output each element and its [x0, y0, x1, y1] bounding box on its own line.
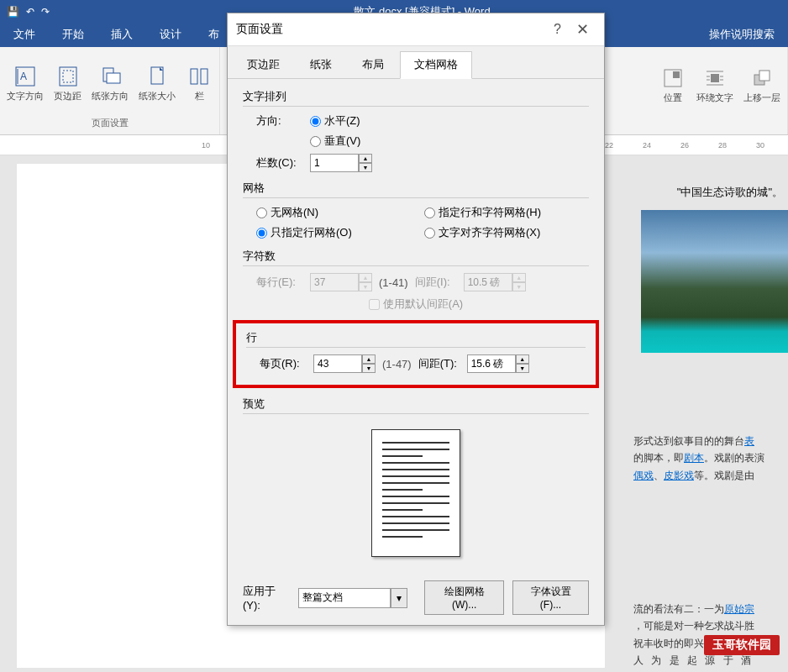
group-chars: 字符数 每行(E): ▲▼ (1-41) 间距(I): ▲▼ 使用默认间距(A) — [243, 249, 589, 312]
menu-file[interactable]: 文件 — [0, 24, 49, 47]
spinner-chars-per-line: ▲▼ — [310, 273, 372, 291]
preview-page — [371, 429, 460, 557]
btn-paper-size[interactable]: 纸张大小 — [134, 61, 181, 104]
spinner-lines-per-page[interactable]: ▲▼ — [313, 354, 376, 373]
combo-apply-to[interactable]: ▾ — [298, 588, 407, 608]
spin-up[interactable]: ▲ — [516, 354, 529, 364]
btn-columns[interactable]: 栏 — [181, 61, 218, 104]
watermark: 玉哥软件园 — [704, 635, 780, 655]
spinner-columns[interactable]: ▲▼ — [310, 154, 372, 172]
columns-icon — [186, 63, 213, 90]
tab-layout[interactable]: 布局 — [348, 51, 398, 78]
wrap-icon — [701, 65, 728, 92]
group-text-arrange: 文字排列 方向: 水平(Z) 垂直(V) 栏数(C): ▲▼ — [243, 89, 589, 172]
spin-down[interactable]: ▼ — [362, 364, 376, 373]
link[interactable]: 原始宗 — [724, 603, 754, 615]
dialog-title: 页面设置 — [236, 22, 545, 37]
btn-font-settings[interactable]: 字体设置(F)... — [512, 580, 589, 615]
page-setup-dialog: 页面设置 ? ✕ 页边距 纸张 布局 文档网格 文字排列 方向: 水平(Z) 垂… — [227, 13, 605, 626]
btn-paper-dir[interactable]: 纸张方向 — [87, 61, 134, 104]
bring-forward-icon — [749, 65, 775, 92]
btn-text-direction[interactable]: A 文字方向 — [2, 61, 49, 104]
spin-down[interactable]: ▼ — [359, 163, 372, 172]
spin-up[interactable]: ▲ — [359, 154, 372, 163]
tab-paper[interactable]: 纸张 — [296, 51, 346, 78]
tab-grid[interactable]: 文档网格 — [400, 51, 472, 79]
redo-icon[interactable]: ↷ — [41, 6, 50, 18]
link[interactable]: 皮影戏 — [664, 470, 694, 481]
menu-search[interactable]: 操作说明搜索 — [696, 24, 788, 47]
undo-icon[interactable]: ↶ — [26, 6, 34, 18]
dialog-close-button[interactable]: ✕ — [570, 20, 596, 39]
radio-no-grid[interactable]: 无网格(N) — [256, 205, 391, 220]
highlight-box: 行 每页(R): ▲▼ (1-47) 间距(T): ▲▼ — [233, 320, 599, 388]
svg-text:A: A — [20, 71, 27, 82]
margin-icon — [55, 63, 81, 90]
paper-dir-icon — [97, 63, 123, 90]
chevron-down-icon[interactable]: ▾ — [391, 588, 407, 608]
group-preview: 预览 — [243, 396, 589, 565]
spin-down[interactable]: ▼ — [516, 364, 529, 373]
text-direction-icon: A — [12, 63, 39, 90]
radio-line-char-grid[interactable]: 指定行和字符网格(H) — [424, 205, 541, 220]
radio-char-align-grid[interactable]: 文字对齐字符网格(X) — [424, 225, 540, 240]
svg-rect-11 — [711, 74, 719, 82]
btn-draw-grid[interactable]: 绘图网格(W)... — [424, 580, 504, 615]
group-lines: 行 每页(R): ▲▼ (1-47) 间距(T): ▲▼ — [246, 330, 586, 373]
btn-position[interactable]: 位置 — [654, 63, 691, 106]
group-grid: 网格 无网格(N) 指定行和字符网格(H) 只指定行网格(O) 文字对齐字符网格… — [243, 181, 589, 240]
checkbox-use-default-pitch: 使用默认间距(A) — [369, 297, 463, 312]
paper-size-icon — [144, 63, 171, 90]
svg-rect-3 — [63, 71, 73, 82]
svg-rect-8 — [201, 69, 208, 84]
link[interactable]: 表 — [744, 435, 754, 447]
spin-up[interactable]: ▲ — [362, 354, 376, 364]
menu-home[interactable]: 开始 — [49, 24, 97, 47]
radio-line-only-grid[interactable]: 只指定行网格(O) — [256, 225, 391, 240]
radio-vertical[interactable]: 垂直(V) — [310, 134, 360, 149]
svg-rect-2 — [60, 67, 76, 86]
bg-line-top: "中国生态诗歌的城"。 — [677, 185, 783, 200]
link[interactable]: 剧本 — [684, 452, 704, 464]
dialog-help-button[interactable]: ? — [545, 22, 570, 37]
btn-margin[interactable]: 页边距 — [49, 61, 87, 104]
spinner-char-pitch: ▲▼ — [464, 273, 526, 291]
tab-margin[interactable]: 页边距 — [233, 51, 294, 78]
menu-insert[interactable]: 插入 — [97, 24, 146, 47]
position-icon — [659, 65, 686, 92]
svg-rect-13 — [759, 71, 770, 81]
dialog-tabs: 页边距 纸张 布局 文档网格 — [228, 46, 604, 79]
svg-rect-5 — [107, 73, 120, 83]
radio-horizontal[interactable]: 水平(Z) — [310, 113, 360, 129]
link[interactable]: 偶戏 — [633, 470, 654, 481]
bottom-controls: 应用于(Y): ▾ 绘图网格(W)... 字体设置(F)... — [243, 574, 589, 615]
save-icon[interactable]: 💾 — [7, 6, 19, 18]
bg-image — [641, 210, 788, 353]
ribbon-group-label: 页面设置 — [92, 115, 129, 131]
btn-bring-forward[interactable]: 上移一层 — [738, 63, 785, 106]
menu-design[interactable]: 设计 — [146, 24, 195, 47]
svg-rect-10 — [673, 71, 680, 78]
btn-wrap[interactable]: 环绕文字 — [691, 63, 738, 106]
svg-rect-7 — [191, 69, 197, 84]
spinner-line-pitch[interactable]: ▲▼ — [467, 354, 529, 373]
